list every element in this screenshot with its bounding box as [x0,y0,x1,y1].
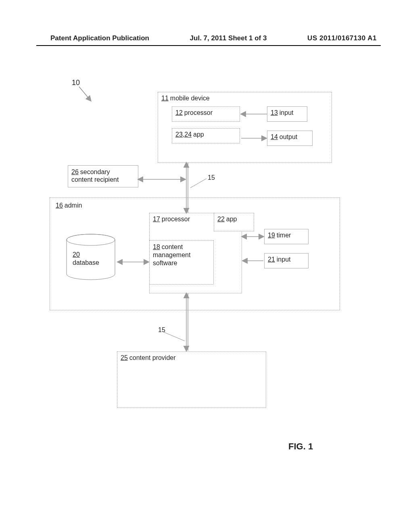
app-mid-ref: 22 [217,216,225,222]
mobile-device-ref: 11 [161,95,169,102]
mobile-device-text: mobile device [170,95,210,102]
processor-mid-ref: 17 [153,216,160,222]
input-top-text: input [280,109,294,116]
svg-line-14 [164,332,185,341]
conn15-top-label: 15 [208,174,215,181]
cms-text1: content [162,243,183,250]
conn15-bottom-label: 15 [158,326,165,334]
app-top-text: app [193,131,204,138]
secondary-box: 26secondary content recipient [68,165,138,187]
timer-box: 19timer [264,229,309,244]
input-top-ref: 13 [271,109,278,116]
secondary-text1: secondary [80,168,110,175]
app-mid-box: 22app [214,213,254,231]
figure-label: FIG. 1 [288,441,313,452]
app-top-box: 23,24app [172,128,240,143]
output-top-ref: 14 [271,133,278,140]
processor-top-box: 12processor [172,106,240,122]
input-top-box: 13input [267,106,307,122]
processor-mid-text: processor [162,216,190,222]
mobile-device-box: 11mobile device [158,92,332,163]
cms-ref: 18 [153,243,160,250]
app-mid-text: app [226,216,237,222]
timer-text: timer [277,232,291,239]
app-top-ref: 23,24 [175,131,192,138]
content-provider-text: content provider [129,354,176,361]
database-ref: 20 [73,251,80,258]
timer-ref: 19 [268,232,275,239]
system-ref-label: 10 [72,79,80,87]
secondary-ref: 26 [71,168,79,175]
processor-top-ref: 12 [175,109,183,116]
input-mid-ref: 21 [268,256,275,263]
svg-line-2 [79,87,91,101]
cms-text2: management [153,251,190,258]
diagram-canvas: 10 11mobile device 12processor 13input 2… [0,0,413,532]
database-text: database [73,259,99,266]
secondary-text2: content recipient [71,176,119,183]
cms-text3: software [153,260,177,266]
input-mid-box: 21input [264,253,309,268]
processor-top-text: processor [184,109,213,116]
content-provider-box: 25content provider [117,351,266,408]
content-provider-ref: 25 [121,354,128,361]
svg-line-7 [190,179,206,188]
admin-text: admin [65,202,82,209]
database-label: 20 database [73,251,99,267]
output-top-text: output [280,133,297,140]
output-top-box: 14output [267,131,313,146]
input-mid-text: input [277,256,291,263]
admin-ref: 16 [56,202,63,209]
cms-box: 18content management software [149,240,214,285]
